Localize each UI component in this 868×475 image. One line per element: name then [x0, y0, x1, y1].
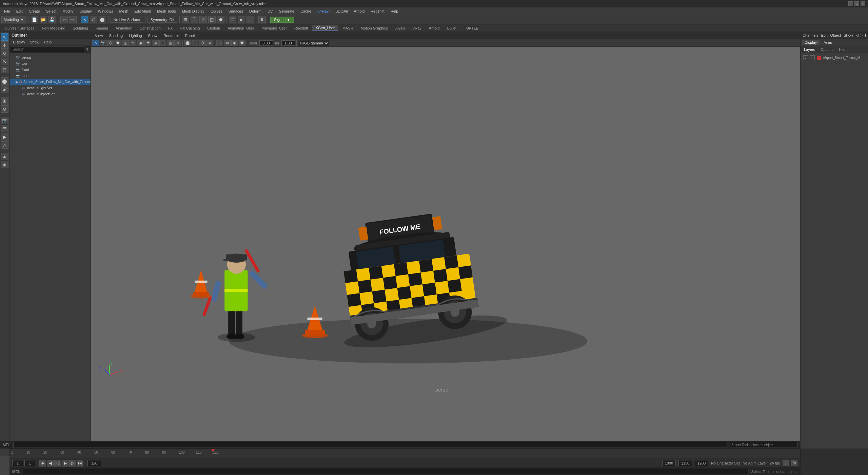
tab-mash[interactable]: MASH	[339, 25, 357, 31]
rp-icon1[interactable]: ◁	[856, 33, 859, 38]
outliner-item-side[interactable]: 📷 side	[10, 73, 90, 79]
menu-3dtoall[interactable]: 3DtoAll	[333, 8, 350, 14]
move-tool[interactable]: ✛	[1, 41, 8, 49]
tab-fx-caching[interactable]: FX Caching	[177, 25, 203, 31]
vp-smooth-btn[interactable]: ⬟	[115, 40, 121, 46]
menu-mesh-display[interactable]: Mesh Display	[179, 8, 207, 14]
vp-select-btn[interactable]: ↖	[92, 40, 99, 46]
vp-extra3[interactable]: ◉	[231, 40, 238, 46]
tab-custom[interactable]: Custom	[204, 25, 223, 31]
tab-fx[interactable]: FX	[165, 25, 176, 31]
snap-grid-button[interactable]: ⊞	[182, 16, 189, 23]
outliner-show-menu[interactable]: Show	[28, 39, 41, 45]
vp-xray-btn[interactable]: ✚	[144, 40, 151, 46]
tab-motion-graphics[interactable]: Motion Graphics	[357, 25, 391, 31]
play-fwd-btn[interactable]: ▶	[62, 460, 68, 467]
vp-extra2[interactable]: ⊕	[224, 40, 231, 46]
menu-create[interactable]: Create	[26, 8, 43, 14]
rp-subtab-help[interactable]: Help	[837, 47, 849, 52]
vp-grid-btn[interactable]: ⊞	[159, 40, 166, 46]
vp-menu-lighting[interactable]: Lighting	[126, 33, 145, 38]
layer-visibility-btn[interactable]: V	[803, 55, 808, 60]
go-to-end-btn[interactable]: ⏭	[77, 460, 83, 467]
start-frame-input[interactable]	[12, 460, 23, 466]
tab-redshift[interactable]: Redshift	[291, 25, 311, 31]
vp-light-btn[interactable]: ☀	[130, 40, 136, 46]
vp-img-btn1[interactable]: ⬤	[184, 40, 191, 46]
select-tool-left[interactable]: ↖	[1, 33, 8, 41]
prev-frame-btn[interactable]: ◀	[47, 460, 54, 467]
soft-select-tool[interactable]: ⬤	[1, 77, 8, 85]
outliner-search-filter[interactable]: ▼	[85, 47, 89, 51]
snap-surface-button[interactable]: ⬟	[217, 16, 224, 23]
outliner-item-persp[interactable]: 📷 persp	[10, 54, 90, 60]
menu-file[interactable]: File	[1, 8, 13, 14]
menu-edit[interactable]: Edit	[14, 8, 25, 14]
outliner-tool[interactable]: ☰	[1, 125, 8, 132]
loop-btn[interactable]: ↻	[791, 460, 797, 466]
outliner-help-menu[interactable]: Help	[42, 39, 54, 45]
paint-weights-tool[interactable]: 🖌	[1, 86, 8, 93]
render-button[interactable]: ▶	[238, 16, 245, 23]
vp-texture-btn[interactable]: ◫	[122, 40, 129, 46]
tab-turtle[interactable]: TURTLE	[460, 25, 482, 31]
polygon-tool[interactable]: △	[1, 141, 8, 149]
maximize-button[interactable]: □	[854, 1, 859, 6]
snap-point-button[interactable]: ⊙	[199, 16, 207, 23]
tab-xgen[interactable]: XGen	[392, 25, 408, 31]
undo-button[interactable]: ↩	[60, 16, 68, 23]
outliner-item-top[interactable]: 📷 top	[10, 60, 90, 66]
menu-modify[interactable]: Modify	[60, 8, 76, 14]
snap-curve-button[interactable]: ⌒	[191, 16, 198, 23]
viewport-canvas[interactable]: FOLLOW ME	[91, 47, 800, 456]
audio-btn[interactable]: ♪	[783, 460, 789, 466]
range-end-input[interactable]	[695, 460, 708, 466]
menu-generate[interactable]: Generate	[276, 8, 297, 14]
vp-cam-attr-btn[interactable]: ⊛	[174, 40, 181, 46]
tab-polygons-user[interactable]: Polygons_User	[258, 25, 291, 31]
tab-arnold[interactable]: Arnold	[426, 25, 443, 31]
select-tool-button[interactable]: ↖	[81, 16, 88, 23]
menu-windows[interactable]: Windows	[95, 8, 116, 14]
rp-show-label[interactable]: Show	[844, 33, 853, 37]
menu-edit-mesh[interactable]: Edit Mesh	[132, 8, 154, 14]
vp-menu-view[interactable]: View	[92, 33, 106, 38]
layer-playback-btn[interactable]: P	[810, 55, 815, 60]
timeline-track[interactable]: 1 10 20 30 40 50 60 70 80 90 100 110 120	[9, 449, 800, 458]
menu-vray[interactable]: [V-Ray]	[315, 8, 332, 14]
next-frame-btn[interactable]: ▷	[69, 460, 76, 467]
go-to-start-btn[interactable]: ⏮	[39, 460, 46, 467]
tab-poly-modeling[interactable]: Poly Modeling	[38, 25, 68, 31]
vp-colorspace-select[interactable]: sRGB gamma Linear	[298, 40, 329, 46]
outliner-item-objectset[interactable]: ⊙ defaultObjectSet	[10, 91, 90, 97]
xgen-tool[interactable]: ❀	[1, 153, 8, 160]
redo-button[interactable]: ↪	[69, 16, 77, 23]
sign-in-button[interactable]: Sign In ▼	[270, 17, 294, 23]
menu-surfaces[interactable]: Surfaces	[226, 8, 246, 14]
layer-item-main[interactable]: V P Airport_Smart_Follow_Me_Car_with_Gro…	[802, 54, 867, 61]
tab-vray[interactable]: VRay	[409, 25, 425, 31]
ipr-button[interactable]: 🎥	[246, 16, 254, 23]
menu-help[interactable]: Help	[388, 8, 401, 14]
play-back-btn[interactable]: ◁	[54, 460, 61, 467]
mel-input-field[interactable]	[23, 469, 749, 474]
rp-subtab-layers[interactable]: Layers	[802, 47, 817, 52]
vp-near-input[interactable]	[259, 40, 273, 46]
outliner-display-menu[interactable]: Display	[11, 39, 27, 45]
tab-bullet[interactable]: Bullet	[444, 25, 460, 31]
scale-tool[interactable]: ⤡	[1, 58, 8, 65]
tab-construction[interactable]: Construction	[136, 25, 164, 31]
show-manipulator-tool[interactable]: ⊡	[1, 66, 8, 73]
menu-arnold[interactable]: Arnold	[351, 8, 368, 14]
rp-tab-anim[interactable]: Anim	[821, 40, 835, 45]
vp-menu-show[interactable]: Show	[145, 33, 160, 38]
vp-hud-btn[interactable]: ▦	[167, 40, 174, 46]
rp-subtab-options[interactable]: Options	[818, 47, 835, 52]
vp-menu-shading[interactable]: Shading	[106, 33, 125, 38]
rotate-tool[interactable]: ↻	[1, 50, 8, 57]
open-file-button[interactable]: 📂	[40, 16, 47, 23]
range-mid-input[interactable]	[678, 460, 692, 466]
menu-deform[interactable]: Deform	[246, 8, 264, 14]
vp-menu-renderer[interactable]: Renderer	[161, 33, 182, 38]
vp-img-btn3[interactable]: ⬡	[199, 40, 206, 46]
